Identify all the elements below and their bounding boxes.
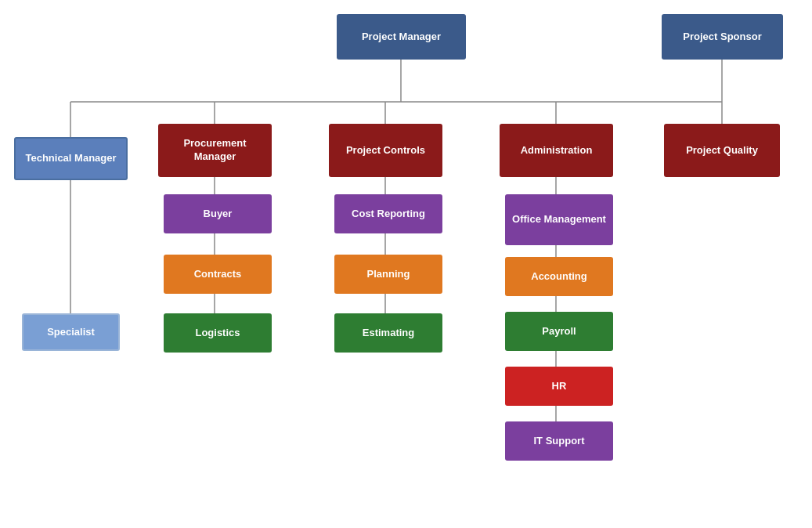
- accounting-box: Accounting: [505, 257, 613, 296]
- logistics-box: Logistics: [164, 313, 272, 353]
- project-quality-box: Project Quality: [664, 124, 780, 177]
- buyer-box: Buyer: [164, 194, 272, 233]
- administration-box: Administration: [500, 124, 613, 177]
- procurement-manager-box: Procurement Manager: [158, 124, 272, 177]
- specialist-box: Specialist: [22, 313, 120, 351]
- project-controls-box: Project Controls: [329, 124, 442, 177]
- it-support-box: IT Support: [505, 421, 613, 461]
- estimating-box: Estimating: [334, 313, 442, 353]
- cost-reporting-box: Cost Reporting: [334, 194, 442, 233]
- contracts-box: Contracts: [164, 255, 272, 294]
- hr-box: HR: [505, 367, 613, 406]
- payroll-box: Payroll: [505, 312, 613, 351]
- org-chart: Project Manager Project Sponsor Technica…: [0, 0, 812, 528]
- office-management-box: Office Management: [505, 194, 613, 245]
- project-sponsor-box: Project Sponsor: [662, 14, 783, 60]
- project-manager-box: Project Manager: [337, 14, 466, 60]
- technical-manager-box: Technical Manager: [14, 137, 128, 180]
- planning-box: Planning: [334, 255, 442, 294]
